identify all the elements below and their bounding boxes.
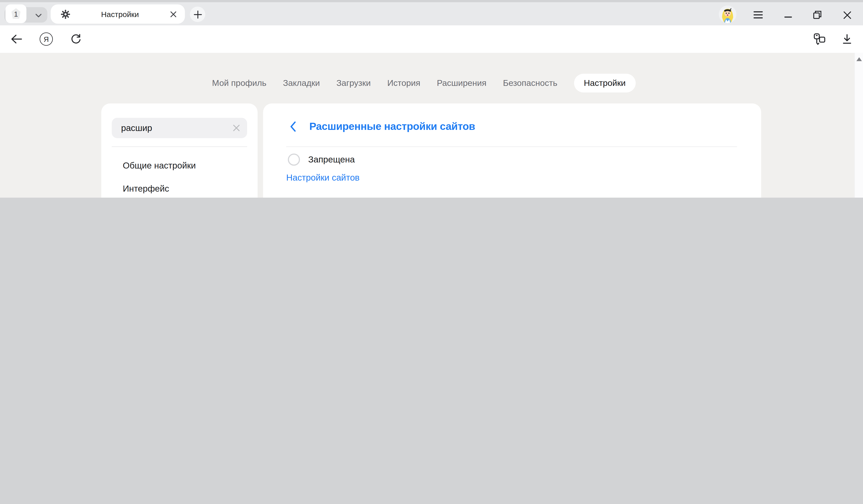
nav-tab-downloads[interactable]: Загрузки xyxy=(336,74,371,92)
tab-bar: 1 xyxy=(0,2,863,25)
tab-close-icon[interactable] xyxy=(170,10,177,18)
settings-nav: Мой профиль Закладки Загрузки История Ра… xyxy=(0,74,848,92)
search-input[interactable] xyxy=(121,118,226,138)
sidebar-divider xyxy=(112,147,247,147)
yandex-icon[interactable]: Я xyxy=(36,25,56,53)
nav-tab-profile[interactable]: Мой профиль xyxy=(212,74,266,92)
header-divider xyxy=(286,147,737,147)
tab-group-tile[interactable]: 1 xyxy=(5,4,26,23)
page-title[interactable]: Расширенные настройки сайтов xyxy=(309,121,475,133)
radio-row-forbidden-top[interactable]: Запрещена xyxy=(263,152,761,167)
reload-icon[interactable] xyxy=(66,25,86,53)
site-settings-link[interactable]: Настройки сайтов xyxy=(286,173,360,186)
back-icon[interactable] xyxy=(7,25,26,53)
password-manager-icon[interactable] xyxy=(810,25,829,53)
clear-search-icon[interactable] xyxy=(233,124,240,132)
nav-tab-security[interactable]: Безопасность xyxy=(503,74,557,92)
chevron-down-icon[interactable] xyxy=(34,11,43,20)
nav-tab-bookmarks[interactable]: Закладки xyxy=(283,74,320,92)
downloads-icon[interactable] xyxy=(837,25,857,53)
settings-page: Мой профиль Закладки Загрузки История Ра… xyxy=(0,53,863,198)
browser-window: 1 xyxy=(0,0,863,198)
avatar[interactable] xyxy=(719,5,737,23)
settings-content: Расширенные настройки сайтов Запрещена Н… xyxy=(263,103,761,198)
top-links: Настройки сайтов xyxy=(263,173,761,186)
toolbar: Я Y settings Настройки xyxy=(0,25,863,53)
scroll-up-icon[interactable] xyxy=(856,57,862,61)
nav-tab-extensions[interactable]: Расширения xyxy=(437,74,487,92)
browser-tab-settings[interactable]: Настройки xyxy=(51,4,185,24)
gear-icon xyxy=(61,9,71,19)
scrollbar[interactable] xyxy=(854,53,863,198)
nav-tab-settings[interactable]: Настройки xyxy=(574,74,636,92)
section-header: Расширенные настройки сайтов xyxy=(286,119,737,134)
sidebar-item-interface[interactable]: Интерфейс xyxy=(101,177,258,198)
new-tab-button[interactable] xyxy=(190,7,205,22)
menu-icon[interactable] xyxy=(750,7,765,23)
close-icon[interactable] xyxy=(839,7,854,23)
tab-title: Настройки xyxy=(71,10,170,18)
sidebar-list: Общие настройки Интерфейс Инструменты Са… xyxy=(101,154,258,198)
settings-sidebar: Общие настройки Интерфейс Инструменты Са… xyxy=(101,103,258,198)
sidebar-item-general[interactable]: Общие настройки xyxy=(101,154,258,177)
window-drag-strip xyxy=(0,0,863,2)
radio-unchecked[interactable] xyxy=(288,154,300,166)
sidebar-search[interactable] xyxy=(112,118,247,138)
restore-icon[interactable] xyxy=(810,7,825,23)
tab-group-control[interactable]: 1 xyxy=(4,7,47,23)
minimize-icon[interactable] xyxy=(780,7,796,23)
tab-group-count: 1 xyxy=(14,10,18,18)
nav-tab-history[interactable]: История xyxy=(387,74,420,92)
back-chevron-icon[interactable] xyxy=(289,121,297,132)
